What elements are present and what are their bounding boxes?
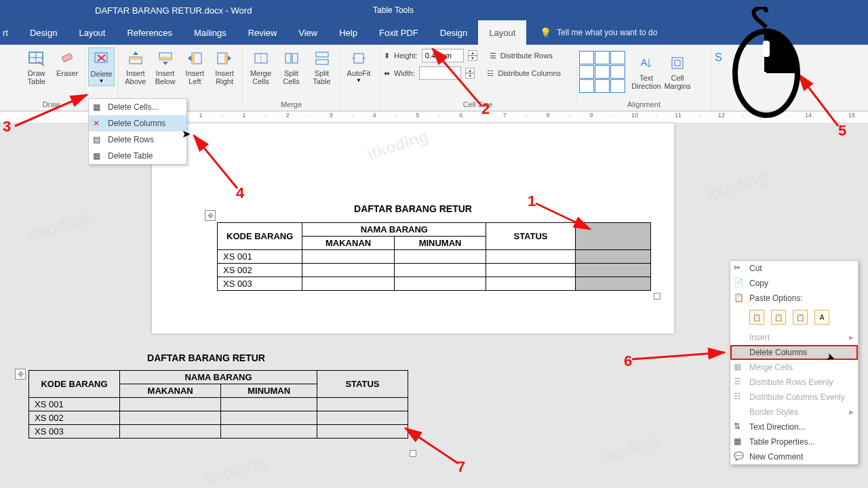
split-cells-button[interactable]: Split Cells [276,47,307,87]
document-title: DAFTAR BARANG RETUR.docx - Word [95,5,252,16]
header-empty-selected[interactable] [575,223,650,250]
tab-view[interactable]: View [288,20,328,45]
context-table-properties[interactable]: ▦Table Properties... [730,434,858,449]
alignment-grid[interactable] [579,51,625,93]
svg-rect-15 [224,53,227,64]
dist-cols-icon: ☷ [487,69,494,78]
insert-left-button[interactable]: Insert Left [180,47,210,87]
cell-margins-button[interactable]: Cell Margins [662,52,693,92]
tab-review[interactable]: Review [237,20,288,45]
chevron-right-icon: ▶ [849,409,854,415]
svg-rect-24 [672,58,683,68]
svg-rect-18 [285,54,291,63]
table2-move-handle[interactable]: ✥ [15,369,26,380]
delete-table-item[interactable]: ▦Delete Table [89,148,186,164]
tab-help[interactable]: Help [328,20,368,45]
delete-button[interactable]: Delete ▼ [88,47,115,86]
table-resize-handle[interactable] [654,293,660,300]
header-minuman[interactable]: MINUMAN [394,237,486,250]
context-merge-cells[interactable]: ▦Merge Cells [730,360,858,375]
table-row: XS 003 [29,425,408,439]
tab-design[interactable]: Design [19,20,68,45]
annotation-1: 1 [528,192,536,210]
insert-below-button[interactable]: Insert Below [151,47,180,87]
tab-table-layout[interactable]: Layout [478,20,526,45]
paste-keep-source[interactable]: 📋 [749,310,764,325]
annotation-6: 6 [624,352,632,370]
eraser-button[interactable]: Eraser [52,47,82,79]
context-insert[interactable]: Insert▶ [730,330,858,345]
paste-picture[interactable]: 📋 [793,310,808,325]
context-dist-rows[interactable]: ☰Distribute Rows Evenly [730,375,858,390]
context-paste-options-label: 📋Paste Options: [730,291,858,306]
tab-layout[interactable]: Layout [68,20,116,45]
tab-references[interactable]: References [116,20,182,45]
paste-text-only[interactable]: A [814,310,829,325]
merge-cells-button[interactable]: Merge Cells [245,47,276,87]
insert-above-button[interactable]: Insert Above [121,47,151,87]
distribute-columns-button[interactable]: Distribute Columns [498,69,561,77]
cursor-icon: ➤ [182,127,191,140]
insert-right-icon [215,49,234,68]
split-cells-icon [282,49,301,68]
context-cut[interactable]: ✂Cut [730,261,858,276]
delete-columns-item[interactable]: ✕Delete Columns [89,115,186,131]
context-delete-columns[interactable]: Delete Columns [730,345,858,360]
delete-rows-item[interactable]: ▤Delete Rows [89,131,186,148]
table-row: XS 003 [218,277,651,291]
context-copy[interactable]: 📄Copy [730,276,858,291]
dist-rows-icon: ☰ [734,377,745,388]
distribute-rows-button[interactable]: Distribute Rows [500,52,553,60]
svg-line-3 [39,62,44,66]
tab-rt[interactable]: rt [0,20,19,45]
table-row: XS 002 [29,411,408,425]
height-input[interactable] [422,49,464,62]
result-area: DAFTAR BARANG RETUR ✥ KODE BARANG NAMA B… [16,352,408,439]
annotation-7: 7 [457,458,465,476]
text-direction-button[interactable]: AText Direction [631,52,662,92]
annotation-4: 4 [236,184,244,202]
height-spinner[interactable]: ▲▼ [468,50,477,61]
svg-rect-4 [62,53,73,62]
svg-rect-21 [316,60,328,64]
context-border-styles[interactable]: Border Styles▶ [730,405,858,420]
table-2[interactable]: KODE BARANG NAMA BARANG STATUS MAKANAN M… [28,370,408,439]
svg-rect-11 [159,57,172,60]
delete-cells-item[interactable]: ▦Delete Cells... [89,99,186,115]
table-tools-label: Table Tools [353,0,434,20]
context-dist-cols[interactable]: ☷Distribute Columns Evenly [730,390,858,405]
table2-resize-handle[interactable] [410,450,416,457]
text-direction-icon: A [637,54,656,73]
tell-me-label: Tell me what you want to do [557,28,657,37]
svg-rect-22 [354,54,363,63]
cell-margins-icon [668,54,687,73]
paste-icon: 📋 [734,293,745,304]
header-makanan[interactable]: MAKANAN [302,237,394,250]
table-row: XS 001 [218,250,651,264]
split-table-button[interactable]: Split Table [307,47,337,87]
header-nama[interactable]: NAMA BARANG [302,223,486,237]
autofit-icon [349,49,368,68]
tab-table-design[interactable]: Design [429,20,478,45]
context-new-comment[interactable]: 💬New Comment [730,449,858,464]
table-1[interactable]: KODE BARANG NAMA BARANG STATUS MAKANAN M… [217,222,651,291]
header-status[interactable]: STATUS [486,223,575,250]
autofit-button[interactable]: AutoFit▼ [343,47,374,85]
tab-mailings[interactable]: Mailings [183,20,237,45]
insert-below-icon [156,49,175,68]
insert-right-button[interactable]: Insert Right [210,47,239,87]
tab-foxit[interactable]: Foxit PDF [368,20,429,45]
svg-text:A: A [641,57,648,68]
header-kode[interactable]: KODE BARANG [218,223,302,250]
width-input[interactable] [419,66,461,80]
width-spinner[interactable]: ▲▼ [465,68,475,79]
table-move-handle[interactable]: ✥ [205,210,216,221]
draw-table-button[interactable]: Draw Table [20,47,52,87]
height-label: Height: [394,52,418,60]
width-icon: ⬌ [384,69,390,78]
height-icon: ⬍ [384,52,390,60]
context-text-direction[interactable]: ⇅Text Direction... [730,420,858,434]
tell-me-search[interactable]: 💡 Tell me what you want to do [540,20,657,45]
paste-merge[interactable]: 📋 [771,310,786,325]
insert-left-icon [185,49,204,68]
